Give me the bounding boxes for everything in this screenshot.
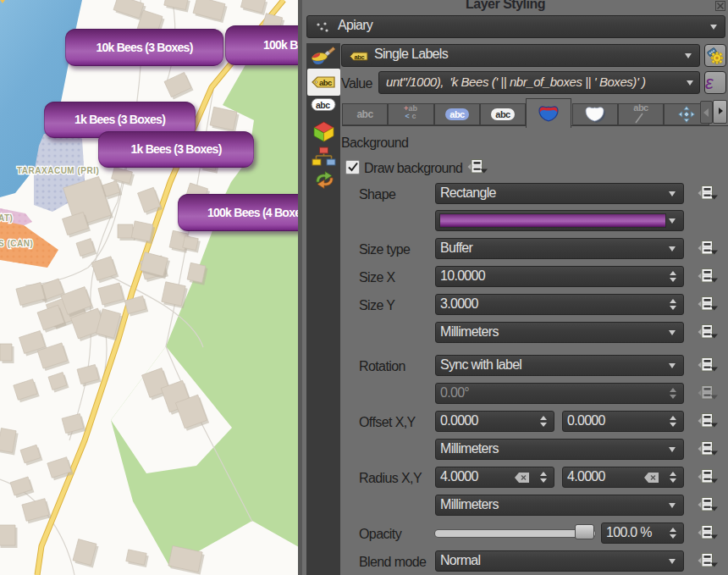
svg-text:abc: abc xyxy=(355,53,365,61)
svg-text:abc: abc xyxy=(319,78,332,87)
svg-text:AT): AT) xyxy=(0,213,13,223)
svg-text:S (CAN): S (CAN) xyxy=(0,239,33,248)
svg-text:abc: abc xyxy=(316,100,330,110)
svg-text:TARAXACUM (PRI): TARAXACUM (PRI) xyxy=(17,166,99,175)
